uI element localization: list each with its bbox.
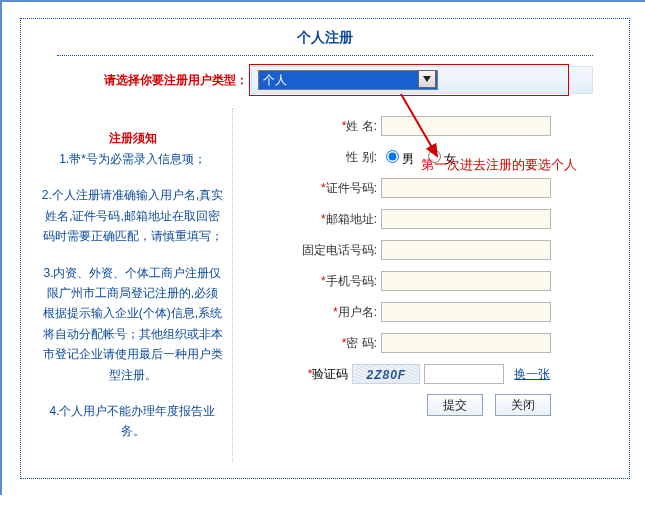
password-label: *密 码: [241,335,381,352]
username-input[interactable] [381,302,551,322]
id-label: *证件号码: [241,180,381,197]
notice-item-4: 4.个人用户不能办理年度报告业务。 [41,401,224,442]
email-label: *邮箱地址: [241,211,381,228]
tel-input[interactable] [381,240,551,260]
captcha-input[interactable] [424,364,504,384]
user-type-bar: 请选择你要注册用户类型： 个人 [251,66,593,94]
user-type-prompt: 请选择你要注册用户类型： [104,72,252,89]
gender-female-radio[interactable] [428,150,441,163]
gender-male-radio[interactable] [386,150,399,163]
gender-label: 性 别: [241,149,381,166]
svg-marker-0 [423,76,431,82]
form-panel: *姓 名: 性 别: 男 女 *证件号码: *邮箱地址: 固定电话号码: [233,108,617,462]
email-input[interactable] [381,209,551,229]
mobile-label: *手机号码: [241,273,381,290]
user-type-select[interactable]: 个人 [258,70,438,90]
submit-button[interactable]: 提交 [427,394,483,416]
tel-label: 固定电话号码: [241,242,381,259]
user-type-dropdown-button[interactable] [418,70,436,88]
chevron-down-icon [422,74,432,84]
id-input[interactable] [381,178,551,198]
captcha-image: 2Z80F [352,364,420,384]
name-input[interactable] [381,116,551,136]
user-type-selected-value: 个人 [263,73,287,87]
name-label: *姓 名: [241,118,381,135]
captcha-label: *验证码 [308,366,349,383]
page-title: 个人注册 [297,29,353,45]
gender-male-option[interactable]: 男 [381,152,414,166]
notice-title: 注册须知 [41,130,224,147]
mobile-input[interactable] [381,271,551,291]
password-input[interactable] [381,333,551,353]
close-button[interactable]: 关闭 [495,394,551,416]
notice-item-2: 2.个人注册请准确输入用户名,真实姓名,证件号码,邮箱地址在取回密码时需要正确匹… [41,185,224,246]
notice-panel: 注册须知 1.带*号为必需录入信息项； 2.个人注册请准确输入用户名,真实姓名,… [33,108,233,462]
notice-item-3: 3.内资、外资、个体工商户注册仅限广州市工商局登记注册的,必须根据提示输入企业(… [41,263,224,385]
username-label: *用户名: [241,304,381,321]
notice-item-1: 1.带*号为必需录入信息项； [41,149,224,169]
captcha-refresh-link[interactable]: 换一张 [514,366,550,383]
gender-female-option[interactable]: 女 [423,152,456,166]
divider [57,55,593,56]
